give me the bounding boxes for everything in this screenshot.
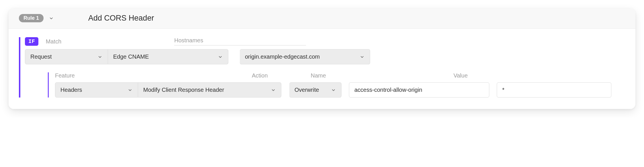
feature-operation-value: Modify Client Response Header [143, 87, 224, 93]
header-name-input[interactable] [349, 82, 489, 98]
header-value-input[interactable] [497, 82, 611, 98]
match-type-select[interactable]: Request [25, 49, 108, 64]
chevron-down-icon [331, 88, 336, 93]
feature-operation-select[interactable]: Modify Client Response Header [138, 82, 281, 98]
rule-header: Rule 1 Add CORS Header [9, 9, 635, 29]
chevron-down-icon [360, 54, 365, 59]
if-condition-block: IF Match Hostnames Request Edge CNAME [19, 37, 625, 98]
chevron-down-icon [49, 16, 54, 21]
chevron-down-icon [127, 88, 133, 93]
feature-action-select[interactable]: Overwrite [289, 82, 341, 98]
feature-header-row: Feature Action Name Value [55, 72, 625, 79]
rule-title: Add CORS Header [88, 14, 154, 23]
feature-controls-row: Headers Modify Client Response Header Ov… [55, 82, 625, 98]
match-target-value: Edge CNAME [113, 53, 149, 60]
chevron-down-icon [271, 88, 276, 93]
feature-category-select[interactable]: Headers [55, 82, 138, 98]
hostname-select[interactable]: origin.example-edgecast.com [240, 49, 370, 64]
hostname-value: origin.example-edgecast.com [245, 53, 320, 60]
feature-block: Feature Action Name Value Headers Modify… [48, 72, 625, 98]
match-type-value: Request [30, 53, 52, 60]
match-label: Match [46, 38, 61, 45]
rule-collapse-toggle[interactable] [49, 16, 54, 21]
value-label: Value [453, 72, 468, 79]
name-label: Name [311, 72, 326, 79]
chevron-down-icon [97, 54, 103, 59]
hostnames-label: Hostnames [174, 37, 306, 45]
feature-category-value: Headers [60, 87, 82, 93]
feature-label: Feature [55, 72, 75, 79]
match-target-select[interactable]: Edge CNAME [108, 49, 228, 64]
rule-body: IF Match Hostnames Request Edge CNAME [9, 29, 635, 109]
if-header-row: IF Match Hostnames [20, 37, 625, 46]
if-badge: IF [25, 37, 38, 46]
rule-card: Rule 1 Add CORS Header IF Match Hostname… [9, 9, 635, 109]
hostnames-label-text: Hostnames [174, 37, 203, 43]
rule-badge: Rule 1 [19, 14, 44, 22]
chevron-down-icon [218, 54, 223, 59]
if-selects-row: Request Edge CNAME origin.example-edgeca… [25, 49, 625, 64]
action-label: Action [252, 72, 268, 79]
feature-action-value: Overwrite [294, 87, 319, 93]
